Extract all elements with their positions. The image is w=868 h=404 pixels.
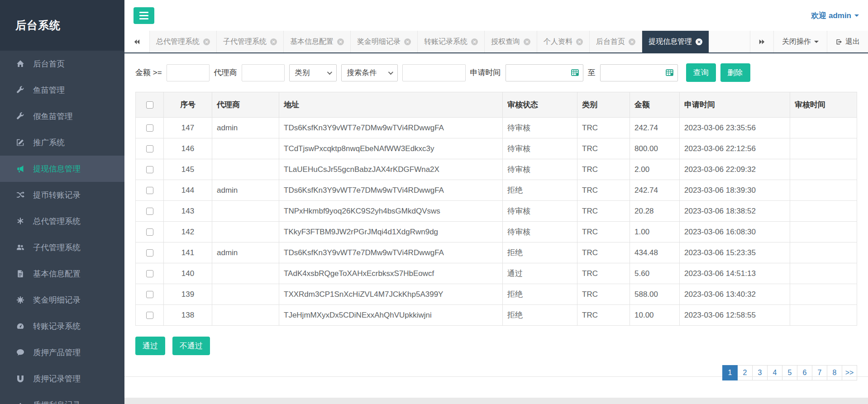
page-button[interactable]: 3 (752, 365, 768, 380)
cell-category: TRC (577, 284, 630, 305)
reject-button[interactable]: 不通过 (172, 337, 210, 355)
cell-apply-time: 2023-03-06 12:58:55 (680, 305, 790, 326)
page-button[interactable]: 2 (737, 365, 753, 380)
table-row: 146 TCdTjswPxcqktp8nwqEbeNAfWW3Edkxc3y 待… (136, 138, 857, 159)
page-button[interactable]: 5 (782, 365, 797, 380)
row-checkbox[interactable] (146, 187, 153, 194)
keyword-input[interactable] (402, 64, 466, 81)
sidebar-item[interactable]: 总代管理系统 (0, 208, 124, 234)
close-icon[interactable]: × (337, 38, 344, 45)
select-all-checkbox[interactable] (146, 101, 153, 109)
apply-time-end-input[interactable] (604, 69, 665, 76)
page-button[interactable]: 7 (812, 365, 827, 380)
tab-label: 奖金明细记录 (357, 37, 401, 47)
tab[interactable]: 提现信息管理 × (642, 31, 709, 52)
sidebar-item[interactable]: 基本信息配置 (0, 261, 124, 287)
close-icon[interactable]: × (629, 38, 635, 45)
row-checkbox[interactable] (146, 208, 153, 215)
scroll-tabs-right-button[interactable] (750, 31, 774, 52)
tab[interactable]: 授权查询 × (485, 31, 537, 52)
sidebar-item[interactable]: 质押产品管理 (0, 339, 124, 366)
sidebar-item[interactable]: 转账记录系统 (0, 313, 124, 339)
cell-category: TRC (577, 222, 630, 242)
page-button[interactable]: 4 (767, 365, 782, 380)
sidebar-item[interactable]: 提现信息管理 (0, 156, 124, 182)
row-checkbox[interactable] (146, 166, 153, 173)
chevron-down-icon (327, 69, 332, 74)
close-operations-dropdown[interactable]: 关闭操作 (774, 31, 827, 52)
cell-apply-time: 2023-03-06 18:39:30 (680, 180, 790, 201)
sidebar-item[interactable]: 质押记录管理 (0, 366, 124, 392)
cell-agent (212, 284, 279, 305)
chevron-down-icon (388, 69, 393, 74)
tab-label: 后台首页 (596, 37, 625, 47)
tab[interactable]: 转账记录系统 × (418, 31, 485, 52)
search-condition-select[interactable]: 搜索条件 (341, 64, 398, 81)
user-menu[interactable]: 欢迎 admin (811, 10, 859, 21)
sidebar-item[interactable]: 假鱼苗管理 (0, 103, 124, 129)
close-icon[interactable]: × (270, 38, 277, 45)
tab[interactable]: 奖金明细记录 × (351, 31, 418, 52)
agent-input[interactable] (242, 64, 285, 81)
logout-button[interactable]: 退出 (827, 31, 868, 52)
amount-input[interactable] (167, 64, 210, 81)
row-checkbox[interactable] (146, 270, 153, 277)
sidebar-item[interactable]: 鱼苗管理 (0, 77, 124, 103)
table-header-row: 序号 代理商 地址 审核状态 类别 金额 申请时间 审核时间 (136, 92, 857, 118)
tab[interactable]: 基本信息配置 × (284, 31, 351, 52)
tab[interactable]: 子代管理系统 × (217, 31, 284, 52)
close-icon[interactable]: × (203, 38, 210, 45)
table-row: 145 TLaUEHuCsJr55gcnBabzJAX4rKDGFWna2X 待… (136, 159, 857, 180)
pass-button[interactable]: 通过 (135, 337, 165, 355)
tab[interactable]: 个人资料 × (537, 31, 590, 52)
page-button[interactable]: 6 (797, 365, 812, 380)
sidebar-item[interactable]: 奖金明细记录 (0, 287, 124, 313)
sidebar-item[interactable]: 推广系统 (0, 129, 124, 156)
cell-amount: 5.60 (630, 263, 680, 284)
row-checkbox[interactable] (146, 249, 153, 257)
cell-agent (212, 159, 279, 180)
tab[interactable]: 总代管理系统 × (150, 31, 217, 52)
page-button[interactable]: 1 (722, 365, 738, 380)
calendar-icon[interactable] (571, 69, 579, 76)
cell-category: TRC (577, 118, 630, 138)
cell-status: 拒绝 (503, 180, 577, 201)
cogs-icon (15, 296, 25, 304)
row-checkbox[interactable] (146, 291, 153, 298)
close-icon[interactable]: × (696, 38, 702, 45)
row-checkbox[interactable] (146, 145, 153, 152)
sidebar-item-label: 质押利息记录 (33, 399, 81, 404)
calendar-icon[interactable] (665, 69, 674, 76)
sidebar-item[interactable]: 子代管理系统 (0, 234, 124, 261)
close-icon[interactable]: × (576, 38, 583, 45)
col-status: 审核状态 (503, 92, 577, 118)
sidebar-item[interactable]: 后台首页 (0, 51, 124, 77)
delete-button[interactable]: 删除 (720, 63, 750, 82)
sidebar-item[interactable]: 质押利息记录 (0, 392, 124, 404)
page-button[interactable]: 8 (827, 365, 842, 380)
apply-time-start-input[interactable] (510, 69, 571, 76)
close-icon[interactable]: × (524, 38, 530, 45)
row-checkbox[interactable] (146, 124, 153, 132)
apply-time-label: 申请时间 (470, 67, 501, 78)
row-checkbox[interactable] (146, 228, 153, 236)
scroll-tabs-left-button[interactable] (124, 31, 150, 52)
cell-category: TRC (577, 201, 630, 222)
tab[interactable]: 后台首页 × (590, 31, 642, 52)
close-icon[interactable]: × (471, 38, 478, 45)
cell-address: TKkyF3FTBM9JW2rPGrJMqi4d1XdgRwn9dg (279, 222, 503, 242)
cell-status: 拒绝 (503, 284, 577, 305)
sidebar-item-label: 提现信息管理 (33, 163, 81, 174)
row-checkbox[interactable] (146, 312, 153, 319)
sidebar-item[interactable]: 提币转账记录 (0, 182, 124, 208)
to-label: 至 (588, 67, 596, 78)
query-button[interactable]: 查询 (686, 63, 716, 82)
cell-status: 待审核 (503, 138, 577, 159)
close-icon[interactable]: × (404, 38, 411, 45)
apply-time-end-field (600, 64, 678, 81)
sidebar-item-label: 假鱼苗管理 (33, 111, 73, 122)
cell-address: TNPxHkmbf9yoq26KC9S2yh4bsGMkdQVsws (279, 201, 503, 222)
menu-toggle-button[interactable] (134, 7, 154, 24)
category-select[interactable]: 类别 (289, 64, 337, 81)
next-page-button[interactable]: >> (842, 365, 857, 380)
